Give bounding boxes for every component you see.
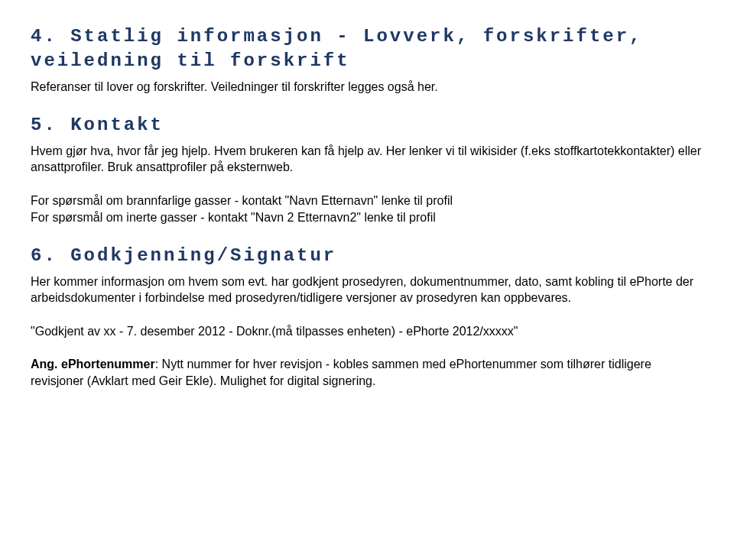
section-6: 6. Godkjenning/Signatur Her kommer infor… (31, 244, 703, 389)
section-4-body: Referanser til lover og forskrifter. Vei… (31, 79, 703, 95)
ang-label: Ang. ePhortenummer (31, 358, 155, 371)
section-5: 5. Kontakt Hvem gjør hva, hvor får jeg h… (31, 113, 703, 225)
section-6-heading: 6. Godkjenning/Signatur (31, 244, 703, 268)
section-4: 4. Statlig informasjon - Lovverk, forskr… (31, 24, 703, 95)
section-6-body2: "Godkjent av xx - 7. desember 2012 - Dok… (31, 323, 703, 340)
section-6-ang: Ang. ePhortenummer: Nytt nummer for hver… (31, 356, 703, 389)
section-4-heading: 4. Statlig informasjon - Lovverk, forskr… (31, 24, 703, 74)
section-5-heading: 5. Kontakt (31, 113, 703, 138)
section-6-body1: Her kommer informasjon om hvem som evt. … (31, 274, 703, 306)
section-5-body1: Hvem gjør hva, hvor får jeg hjelp. Hvem … (31, 143, 703, 176)
section-5-body2: For spørsmål om brannfarlige gasser - ko… (31, 193, 703, 225)
